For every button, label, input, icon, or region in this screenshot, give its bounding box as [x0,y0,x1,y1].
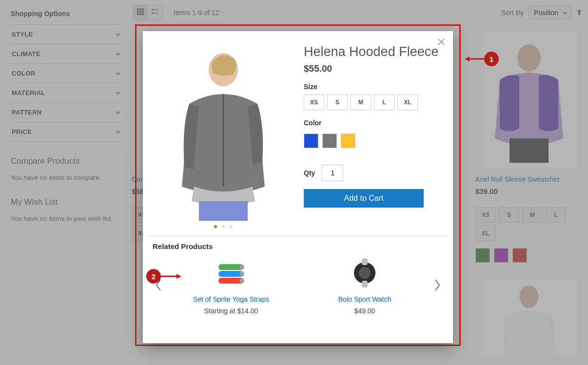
pagination-dot[interactable] [214,225,217,228]
annotation-badge-1: 1 [484,52,499,66]
divider [149,236,447,236]
product-gallery[interactable] [153,38,294,223]
svg-point-22 [239,271,244,276]
color-swatch[interactable] [322,134,337,148]
svg-point-21 [239,265,244,269]
close-icon [437,38,445,46]
pagination-dot[interactable] [222,225,225,228]
pagination-dot[interactable] [230,225,233,228]
gallery-pagination [153,225,294,228]
qty-input[interactable] [322,165,343,181]
size-swatch[interactable]: M [351,95,371,110]
product-info: Helena Hooded Fleece $55.00 Size XS S M … [304,38,443,228]
product-title: Helena Hooded Fleece [304,44,443,60]
size-swatch[interactable]: L [374,95,394,110]
annotation-arrow [465,56,485,62]
related-item-link[interactable]: Bolo Sport Watch [306,295,423,303]
color-swatch[interactable] [304,134,318,148]
annotation-badge-2: 2 [146,269,161,284]
svg-point-25 [359,267,371,279]
size-swatch[interactable]: XS [304,95,324,110]
related-item[interactable]: Set of Sprite Yoga Straps Starting at $1… [173,255,290,315]
carousel-next-button[interactable] [431,275,443,295]
related-item-price: $49.00 [306,307,423,315]
svg-rect-17 [199,201,248,221]
quickview-modal: Helena Hooded Fleece $55.00 Size XS S M … [143,31,453,343]
related-item-image[interactable] [347,255,382,290]
size-label: Size [304,83,443,91]
qty-label: Qty [304,169,315,177]
related-item-image[interactable] [214,255,249,290]
related-products-title: Related Products [153,242,443,250]
chevron-right-icon [434,279,441,291]
related-item[interactable]: Bolo Sport Watch $49.00 [306,255,423,315]
close-button[interactable] [437,38,445,48]
svg-rect-27 [362,281,368,288]
size-swatch[interactable]: S [327,95,348,110]
color-label: Color [304,119,443,127]
product-price: $55.00 [304,63,443,74]
svg-rect-26 [362,258,368,265]
svg-point-23 [239,278,244,283]
annotation-arrow [161,273,181,279]
color-swatch[interactable] [341,134,355,148]
add-to-cart-button[interactable]: Add to Cart [304,189,424,208]
size-swatch[interactable]: XL [397,95,418,110]
related-item-price: Starting at $14.00 [173,307,290,315]
related-item-link[interactable]: Set of Sprite Yoga Straps [173,295,290,303]
related-products-carousel: Set of Sprite Yoga Straps Starting at $1… [153,255,443,315]
